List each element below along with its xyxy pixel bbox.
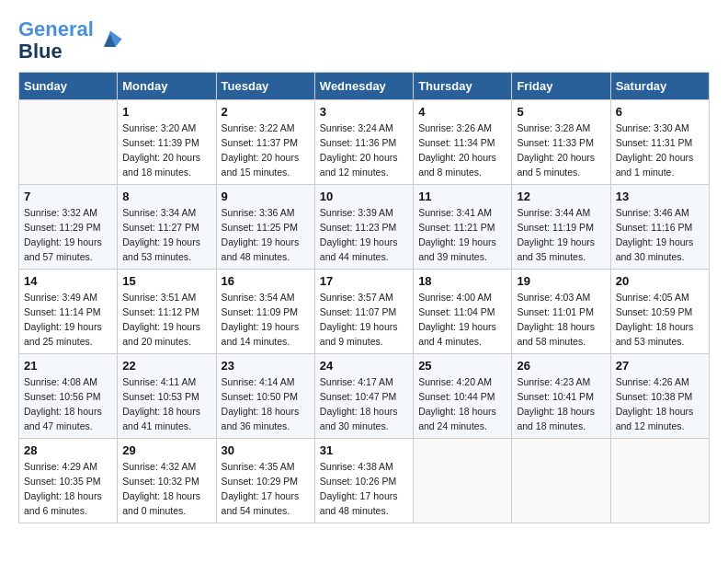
- day-info: Sunrise: 3:39 AM Sunset: 11:23 PM Daylig…: [320, 206, 408, 264]
- day-info: Sunrise: 3:28 AM Sunset: 11:33 PM Daylig…: [517, 121, 605, 179]
- day-number: 9: [222, 190, 310, 203]
- calendar-cell: 29Sunrise: 4:32 AM Sunset: 10:32 PM Dayl…: [118, 439, 216, 523]
- calendar-cell: 8Sunrise: 3:34 AM Sunset: 11:27 PM Dayli…: [118, 185, 216, 270]
- day-number: 27: [616, 359, 704, 373]
- day-info: Sunrise: 4:38 AM Sunset: 10:26 PM Daylig…: [320, 460, 408, 518]
- day-number: 3: [320, 105, 408, 119]
- weekday-header-cell: Friday: [512, 73, 610, 100]
- calendar-cell: 6Sunrise: 3:30 AM Sunset: 11:31 PM Dayli…: [610, 100, 709, 185]
- day-info: Sunrise: 4:23 AM Sunset: 10:41 PM Daylig…: [517, 375, 605, 433]
- calendar-cell: 24Sunrise: 4:17 AM Sunset: 10:47 PM Dayl…: [314, 354, 413, 439]
- day-info: Sunrise: 4:35 AM Sunset: 10:29 PM Daylig…: [222, 460, 310, 518]
- weekday-header-cell: Wednesday: [314, 73, 413, 100]
- calendar-cell: 18Sunrise: 4:00 AM Sunset: 11:04 PM Dayl…: [414, 270, 512, 354]
- day-info: Sunrise: 4:05 AM Sunset: 10:59 PM Daylig…: [616, 291, 704, 349]
- calendar-cell: 19Sunrise: 4:03 AM Sunset: 11:01 PM Dayl…: [512, 270, 610, 354]
- logo-icon: [97, 28, 123, 53]
- calendar-cell: 2Sunrise: 3:22 AM Sunset: 11:37 PM Dayli…: [216, 100, 314, 185]
- calendar-table: SundayMondayTuesdayWednesdayThursdayFrid…: [18, 72, 710, 523]
- calendar-cell: 11Sunrise: 3:41 AM Sunset: 11:21 PM Dayl…: [414, 185, 512, 270]
- calendar-week-row: 14Sunrise: 3:49 AM Sunset: 11:14 PM Dayl…: [19, 270, 710, 354]
- day-number: 8: [122, 190, 210, 203]
- calendar-cell: 21Sunrise: 4:08 AM Sunset: 10:56 PM Dayl…: [19, 354, 118, 439]
- weekday-header-cell: Thursday: [414, 73, 512, 100]
- day-info: Sunrise: 4:32 AM Sunset: 10:32 PM Daylig…: [122, 460, 210, 518]
- calendar-week-row: 21Sunrise: 4:08 AM Sunset: 10:56 PM Dayl…: [19, 354, 710, 439]
- calendar-cell: [512, 439, 610, 523]
- calendar-cell: 3Sunrise: 3:24 AM Sunset: 11:36 PM Dayli…: [314, 100, 413, 185]
- calendar-cell: 10Sunrise: 3:39 AM Sunset: 11:23 PM Dayl…: [314, 185, 413, 270]
- page-header: GeneralBlue: [18, 18, 710, 63]
- calendar-week-row: 1Sunrise: 3:20 AM Sunset: 11:39 PM Dayli…: [19, 100, 710, 185]
- weekday-header-cell: Tuesday: [216, 73, 314, 100]
- day-info: Sunrise: 3:54 AM Sunset: 11:09 PM Daylig…: [222, 291, 310, 349]
- weekday-header-cell: Sunday: [19, 73, 118, 100]
- calendar-cell: 14Sunrise: 3:49 AM Sunset: 11:14 PM Dayl…: [19, 270, 118, 354]
- day-number: 15: [122, 274, 210, 288]
- day-info: Sunrise: 3:22 AM Sunset: 11:37 PM Daylig…: [222, 121, 310, 179]
- calendar-cell: [414, 439, 512, 523]
- calendar-cell: 27Sunrise: 4:26 AM Sunset: 10:38 PM Dayl…: [610, 354, 709, 439]
- day-info: Sunrise: 3:32 AM Sunset: 11:29 PM Daylig…: [24, 206, 112, 264]
- calendar-week-row: 7Sunrise: 3:32 AM Sunset: 11:29 PM Dayli…: [19, 185, 710, 270]
- day-info: Sunrise: 4:29 AM Sunset: 10:35 PM Daylig…: [24, 460, 112, 518]
- day-number: 18: [418, 274, 506, 288]
- day-info: Sunrise: 3:44 AM Sunset: 11:19 PM Daylig…: [517, 206, 605, 264]
- day-info: Sunrise: 4:20 AM Sunset: 10:44 PM Daylig…: [418, 375, 506, 433]
- calendar-cell: [19, 100, 118, 185]
- day-info: Sunrise: 3:49 AM Sunset: 11:14 PM Daylig…: [24, 291, 112, 349]
- day-number: 1: [122, 105, 210, 119]
- calendar-cell: 16Sunrise: 3:54 AM Sunset: 11:09 PM Dayl…: [216, 270, 314, 354]
- day-info: Sunrise: 4:03 AM Sunset: 11:01 PM Daylig…: [517, 291, 605, 349]
- day-info: Sunrise: 3:34 AM Sunset: 11:27 PM Daylig…: [122, 206, 210, 264]
- weekday-header-row: SundayMondayTuesdayWednesdayThursdayFrid…: [19, 73, 710, 100]
- calendar-week-row: 28Sunrise: 4:29 AM Sunset: 10:35 PM Dayl…: [19, 439, 710, 523]
- day-info: Sunrise: 4:26 AM Sunset: 10:38 PM Daylig…: [616, 375, 704, 433]
- day-number: 11: [418, 190, 506, 203]
- calendar-cell: 28Sunrise: 4:29 AM Sunset: 10:35 PM Dayl…: [19, 439, 118, 523]
- day-number: 13: [616, 190, 704, 203]
- calendar-cell: 20Sunrise: 4:05 AM Sunset: 10:59 PM Dayl…: [610, 270, 709, 354]
- day-info: Sunrise: 4:14 AM Sunset: 10:50 PM Daylig…: [222, 375, 310, 433]
- day-number: 20: [616, 274, 704, 288]
- day-number: 14: [24, 274, 112, 288]
- day-number: 4: [418, 105, 506, 119]
- day-info: Sunrise: 3:57 AM Sunset: 11:07 PM Daylig…: [320, 291, 408, 349]
- day-info: Sunrise: 3:24 AM Sunset: 11:36 PM Daylig…: [320, 121, 408, 179]
- logo-text: GeneralBlue: [18, 18, 94, 63]
- calendar-cell: 4Sunrise: 3:26 AM Sunset: 11:34 PM Dayli…: [414, 100, 512, 185]
- calendar-cell: 9Sunrise: 3:36 AM Sunset: 11:25 PM Dayli…: [216, 185, 314, 270]
- calendar-cell: 13Sunrise: 3:46 AM Sunset: 11:16 PM Dayl…: [610, 185, 709, 270]
- calendar-cell: 31Sunrise: 4:38 AM Sunset: 10:26 PM Dayl…: [314, 439, 413, 523]
- calendar-cell: 30Sunrise: 4:35 AM Sunset: 10:29 PM Dayl…: [216, 439, 314, 523]
- day-number: 19: [517, 274, 605, 288]
- calendar-cell: 17Sunrise: 3:57 AM Sunset: 11:07 PM Dayl…: [314, 270, 413, 354]
- calendar-cell: 1Sunrise: 3:20 AM Sunset: 11:39 PM Dayli…: [118, 100, 216, 185]
- day-info: Sunrise: 4:00 AM Sunset: 11:04 PM Daylig…: [418, 291, 506, 349]
- day-number: 29: [122, 443, 210, 457]
- calendar-body: 1Sunrise: 3:20 AM Sunset: 11:39 PM Dayli…: [19, 100, 710, 523]
- day-info: Sunrise: 4:11 AM Sunset: 10:53 PM Daylig…: [122, 375, 210, 433]
- day-number: 12: [517, 190, 605, 203]
- day-number: 24: [320, 359, 408, 373]
- calendar-cell: 15Sunrise: 3:51 AM Sunset: 11:12 PM Dayl…: [118, 270, 216, 354]
- day-info: Sunrise: 4:17 AM Sunset: 10:47 PM Daylig…: [320, 375, 408, 433]
- day-number: 10: [320, 190, 408, 203]
- day-number: 6: [616, 105, 704, 119]
- day-info: Sunrise: 3:46 AM Sunset: 11:16 PM Daylig…: [616, 206, 704, 264]
- day-info: Sunrise: 3:30 AM Sunset: 11:31 PM Daylig…: [616, 121, 704, 179]
- day-number: 2: [222, 105, 310, 119]
- calendar-cell: 7Sunrise: 3:32 AM Sunset: 11:29 PM Dayli…: [19, 185, 118, 270]
- day-number: 25: [418, 359, 506, 373]
- calendar-cell: [610, 439, 709, 523]
- day-number: 5: [517, 105, 605, 119]
- day-number: 17: [320, 274, 408, 288]
- day-number: 16: [222, 274, 310, 288]
- day-number: 30: [222, 443, 310, 457]
- calendar-cell: 12Sunrise: 3:44 AM Sunset: 11:19 PM Dayl…: [512, 185, 610, 270]
- day-info: Sunrise: 3:51 AM Sunset: 11:12 PM Daylig…: [122, 291, 210, 349]
- day-info: Sunrise: 3:20 AM Sunset: 11:39 PM Daylig…: [122, 121, 210, 179]
- day-info: Sunrise: 3:36 AM Sunset: 11:25 PM Daylig…: [222, 206, 310, 264]
- day-number: 28: [24, 443, 112, 457]
- day-number: 23: [222, 359, 310, 373]
